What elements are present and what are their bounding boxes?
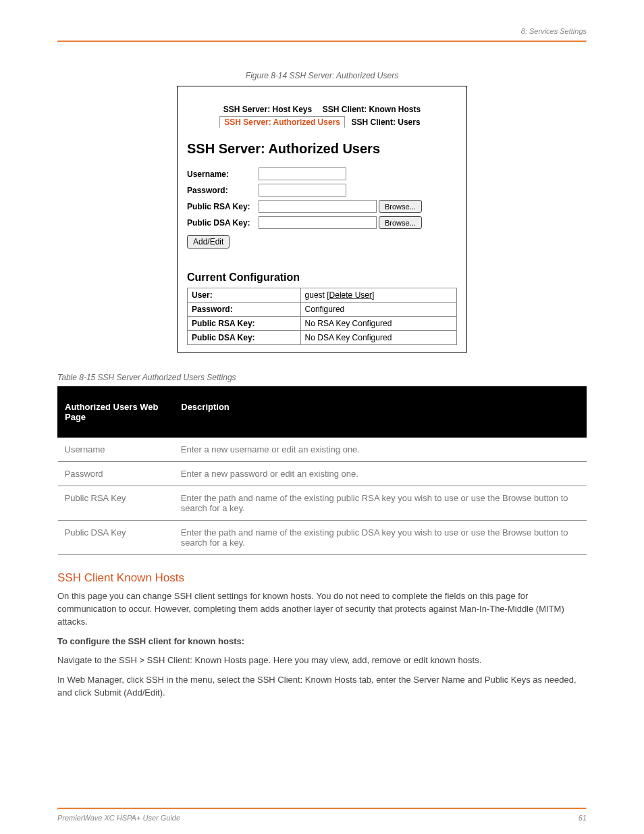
tab-client-users[interactable]: SSH Client: Users bbox=[348, 117, 425, 128]
settings-key: Password bbox=[58, 462, 174, 486]
section-heading: SSH Client Known Hosts bbox=[57, 571, 587, 585]
rsa-browse-button[interactable]: Browse... bbox=[379, 200, 422, 213]
current-config-heading: Current Configuration bbox=[187, 271, 457, 284]
table-row: Public DSA Key: No DSA Key Configured bbox=[188, 331, 457, 345]
cfg-rsa-value: No RSA Key Configured bbox=[300, 317, 456, 331]
cfg-rsa-key: Public RSA Key: bbox=[188, 317, 301, 331]
cfg-password-key: Password: bbox=[188, 303, 301, 317]
cfg-user-name: guest bbox=[305, 290, 325, 300]
settings-table-caption: Table 8-15 SSH Server Authorized Users S… bbox=[57, 373, 587, 382]
section-paragraph-3: Navigate to the SSH > SSH Client: Known … bbox=[57, 654, 587, 667]
settings-value: Enter a new username or edit an existing… bbox=[174, 438, 587, 462]
tab-host-keys[interactable]: SSH Server: Host Keys bbox=[219, 104, 316, 115]
delete-user-link[interactable]: Delete User bbox=[329, 290, 372, 300]
cfg-dsa-value: No DSA Key Configured bbox=[300, 331, 456, 345]
cfg-dsa-key: Public DSA Key: bbox=[188, 331, 301, 345]
password-label: Password: bbox=[187, 186, 259, 195]
table-row: Public RSA Key: No RSA Key Configured bbox=[188, 317, 457, 331]
footer-right: 61 bbox=[579, 814, 587, 822]
rsa-key-label: Public RSA Key: bbox=[187, 202, 259, 211]
table-row: Public RSA Key Enter the path and name o… bbox=[58, 486, 587, 521]
settings-table: Authorized Users Web Page Description Us… bbox=[57, 386, 587, 555]
settings-key: Public DSA Key bbox=[58, 521, 174, 555]
section-paragraph-2: To configure the SSH client for known ho… bbox=[57, 635, 587, 648]
tab-bar: SSH Server: Host Keys SSH Client: Known … bbox=[187, 104, 457, 128]
section-paragraph-1: On this page you can change SSH client s… bbox=[57, 590, 587, 629]
table-row: User: guest [Delete User] bbox=[188, 288, 457, 303]
cfg-user-key: User: bbox=[188, 288, 301, 303]
footer-left: PremierWave XC HSPA+ User Guide bbox=[57, 814, 180, 822]
settings-key: Public RSA Key bbox=[58, 486, 174, 521]
cfg-password-value: Configured bbox=[300, 303, 456, 317]
header-rule bbox=[57, 41, 587, 43]
table-row: Password Enter a new password or edit an… bbox=[58, 462, 587, 486]
tab-authorized-users[interactable]: SSH Server: Authorized Users bbox=[219, 116, 345, 128]
dsa-key-label: Public DSA Key: bbox=[187, 218, 259, 228]
settings-value: Enter the path and name of the existing … bbox=[174, 521, 587, 555]
username-input[interactable] bbox=[259, 167, 346, 180]
table-row: Username Enter a new username or edit an… bbox=[58, 438, 587, 462]
table-row: Password: Configured bbox=[188, 303, 457, 317]
figure-caption: Figure 8-14 SSH Server: Authorized Users bbox=[57, 71, 587, 80]
add-edit-button[interactable]: Add/Edit bbox=[187, 235, 230, 249]
username-label: Username: bbox=[187, 170, 259, 179]
section-paragraph-4: In Web Manager, click SSH in the menu, s… bbox=[57, 674, 587, 700]
rsa-key-input[interactable] bbox=[259, 200, 377, 213]
current-config-table: User: guest [Delete User] Password: Conf… bbox=[187, 288, 457, 345]
settings-key: Username bbox=[58, 438, 174, 462]
header-right: 8: Services Settings bbox=[521, 27, 587, 35]
password-input[interactable] bbox=[259, 184, 346, 197]
settings-value: Enter the path and name of the existing … bbox=[174, 486, 587, 521]
tab-known-hosts[interactable]: SSH Client: Known Hosts bbox=[319, 104, 425, 115]
dsa-key-input[interactable] bbox=[259, 216, 377, 229]
table-row: Public DSA Key Enter the path and name o… bbox=[58, 521, 587, 555]
dsa-browse-button[interactable]: Browse... bbox=[379, 216, 422, 229]
panel-heading: SSH Server: Authorized Users bbox=[187, 141, 457, 157]
settings-head-1: Authorized Users Web Page bbox=[58, 387, 174, 438]
settings-head-2: Description bbox=[174, 387, 587, 438]
settings-value: Enter a new password or edit an existing… bbox=[174, 462, 587, 486]
cfg-user-value: guest [Delete User] bbox=[300, 288, 456, 303]
ssh-config-figure: SSH Server: Host Keys SSH Client: Known … bbox=[177, 86, 467, 353]
